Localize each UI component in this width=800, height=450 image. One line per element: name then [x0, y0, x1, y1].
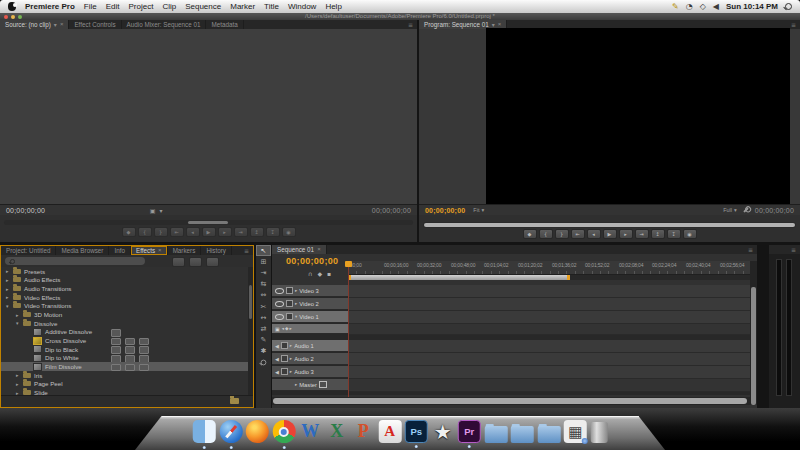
menu-marker[interactable]: Marker	[230, 2, 255, 11]
effect-film-dissolve[interactable]: Film Dissolve	[1, 362, 248, 371]
collapse-arrow-icon[interactable]: ▸	[290, 343, 292, 348]
keyframe-nav-icons[interactable]: ◂◆▸	[282, 326, 293, 331]
timeline-vscrollbar[interactable]	[750, 261, 757, 405]
effects-bin-iris[interactable]: ▸Iris	[1, 371, 248, 380]
track-lock-icon[interactable]	[286, 313, 293, 320]
timeline-ruler[interactable]: 00;00 00;00;16;00 00;00;32;00 00;00;48;0…	[348, 261, 750, 275]
dock-powerpoint-icon[interactable]: P	[352, 420, 375, 443]
audio3-header[interactable]: ◀ ▸ Audio 3	[272, 366, 348, 378]
snap-icon[interactable]: ∩	[308, 270, 312, 277]
close-window-icon[interactable]	[4, 15, 8, 19]
effects-bin-video-effects[interactable]: ▸Video Effects	[1, 293, 248, 302]
zoom-window-icon[interactable]	[18, 15, 22, 19]
dock-excel-icon[interactable]: X	[325, 420, 348, 443]
menu-window[interactable]: Window	[288, 2, 316, 11]
mark-in-button[interactable]: {	[138, 227, 152, 237]
track-lock-icon[interactable]	[286, 300, 293, 307]
track-lock-icon[interactable]	[281, 368, 288, 375]
mark-in-button[interactable]: {	[539, 229, 553, 239]
add-marker-button[interactable]: ◆	[122, 227, 136, 237]
track-lock-icon[interactable]	[281, 342, 288, 349]
panel-menu-icon[interactable]: ≡	[240, 246, 253, 255]
selection-tool[interactable]: ↖	[256, 245, 271, 256]
rate-stretch-tool[interactable]: ⇔	[256, 290, 271, 301]
timeline-hscrollbar[interactable]	[272, 397, 750, 405]
menu-help[interactable]: Help	[325, 2, 341, 11]
go-to-in-button[interactable]: ⇤	[170, 227, 184, 237]
collapse-arrow-icon[interactable]: ▸	[290, 356, 292, 361]
dock-star-app-icon[interactable]: ★	[431, 420, 454, 443]
extract-button[interactable]: ↧	[667, 229, 681, 239]
menu-clip[interactable]: Clip	[162, 2, 176, 11]
settings-wrench-icon[interactable]	[743, 207, 749, 213]
program-zoom-scrollbar[interactable]	[423, 222, 796, 228]
close-icon[interactable]: ×	[158, 246, 162, 255]
set-display-style-icon[interactable]: ▣	[275, 326, 280, 332]
panel-menu-icon[interactable]: ≡	[744, 245, 757, 254]
step-back-button[interactable]: ◂	[587, 229, 601, 239]
toggle-track-output-icon[interactable]	[275, 288, 284, 294]
menu-project[interactable]: Project	[129, 2, 154, 11]
tab-effects[interactable]: Effects ×	[131, 246, 168, 255]
work-area-bar[interactable]	[348, 275, 750, 280]
go-to-out-button[interactable]: ⇥	[234, 227, 248, 237]
video1-track-lane[interactable]	[348, 311, 750, 324]
tab-sequence-01[interactable]: Sequence 01 ×	[272, 245, 327, 254]
video3-track-lane[interactable]	[348, 285, 750, 298]
minimize-window-icon[interactable]	[11, 15, 15, 19]
filter-accelerated-button[interactable]	[172, 257, 185, 267]
playhead-line[interactable]	[348, 261, 349, 397]
collapse-arrow-icon[interactable]: ▸	[295, 382, 297, 387]
track-lock-icon[interactable]	[281, 355, 288, 362]
toggle-track-output-icon[interactable]	[275, 314, 284, 320]
dock-word-icon[interactable]: W	[299, 420, 322, 443]
dock-folder-downloads-icon[interactable]	[537, 426, 560, 443]
bluetooth-icon[interactable]: ◇	[700, 2, 706, 11]
effect-dip-to-black[interactable]: Dip to Black	[1, 345, 248, 354]
step-back-button[interactable]: ◂	[186, 227, 200, 237]
track-select-tool[interactable]: ⊞	[256, 256, 271, 267]
menu-title[interactable]: Title	[264, 2, 279, 11]
panel-menu-icon[interactable]: ≡	[787, 245, 800, 254]
audio2-track-lane[interactable]	[348, 353, 750, 366]
step-forward-button[interactable]: ▸	[619, 229, 633, 239]
master-header[interactable]: ▸ Master	[272, 379, 348, 391]
add-marker-button[interactable]: ◆	[523, 229, 537, 239]
menu-sequence[interactable]: Sequence	[185, 2, 221, 11]
spotlight-icon[interactable]	[785, 3, 792, 10]
tab-markers[interactable]: Markers	[168, 246, 202, 255]
dock-app-grid-icon[interactable]: ▦	[564, 420, 587, 443]
dock-finder-icon[interactable]	[193, 420, 216, 443]
audio2-header[interactable]: ◀ ▸ Audio 2	[272, 353, 348, 365]
effects-bin-presets[interactable]: ▸Presets	[1, 267, 248, 276]
unnumbered-marker-icon[interactable]: ▪	[327, 270, 331, 277]
dock-trash-icon[interactable]	[590, 422, 607, 443]
dock-photoshop-icon[interactable]: Ps	[405, 420, 428, 443]
audio1-track-lane[interactable]	[348, 340, 750, 353]
volume-icon[interactable]: ◀	[713, 2, 719, 11]
menu-clock[interactable]: Sun 10:14 PM	[726, 2, 778, 11]
encore-chapter-marker-icon[interactable]: ◆	[317, 270, 322, 277]
tab-source[interactable]: Source: (no clip) ▾ ×	[0, 20, 69, 29]
display-mode-icon[interactable]: ▣	[150, 207, 156, 214]
program-current-timecode[interactable]: 00;00;00;00	[425, 207, 465, 214]
tab-effect-controls[interactable]: Effect Controls	[69, 20, 121, 29]
collapse-arrow-icon[interactable]: ▸	[295, 288, 297, 293]
mark-out-button[interactable]: }	[154, 227, 168, 237]
track-lock-icon[interactable]	[286, 287, 293, 294]
dock-safari-icon[interactable]	[219, 420, 242, 443]
effect-dip-to-white[interactable]: Dip to White	[1, 354, 248, 363]
chevron-down-icon[interactable]: ▾	[160, 207, 163, 214]
go-to-in-button[interactable]: ⇤	[571, 229, 585, 239]
slide-tool[interactable]: ⇄	[256, 323, 271, 334]
effects-search-input[interactable]	[5, 257, 145, 265]
video3-header[interactable]: ▸ Video 3	[272, 285, 348, 297]
menu-edit[interactable]: Edit	[106, 2, 120, 11]
export-frame-button[interactable]: ◉	[282, 227, 296, 237]
chevron-down-icon[interactable]: ▾	[54, 20, 57, 29]
dock-chrome-icon[interactable]	[272, 420, 295, 443]
collapse-arrow-icon[interactable]: ▾	[295, 314, 297, 319]
effects-bin-page-peel[interactable]: ▸Page Peel	[1, 380, 248, 389]
tab-media-browser[interactable]: Media Browser	[56, 246, 109, 255]
dock-folder-applications-icon[interactable]	[484, 426, 507, 443]
